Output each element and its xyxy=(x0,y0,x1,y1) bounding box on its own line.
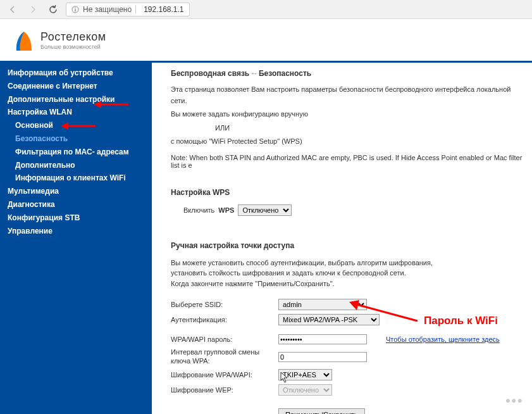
rostelecom-logo-icon xyxy=(13,27,35,53)
breadcrumb-part-2: Безопасность xyxy=(259,69,311,78)
page-desc-2: Вы можете задать конфигурацию вручную xyxy=(171,109,526,120)
ap-desc-2: установить стойкость шифрования и задать… xyxy=(171,268,526,279)
sidebar-item-wlan-mac-filter[interactable]: Фильтрация по MAC- адресам xyxy=(0,146,152,159)
info-icon xyxy=(71,6,79,13)
sidebar-item-wlan-security[interactable]: Безопасность xyxy=(0,132,152,146)
page-desc-3: ИЛИ xyxy=(171,123,526,134)
main-content: Беспроводная связь -- Безопасность Эта с… xyxy=(152,63,532,414)
wep-label: Шифрование WEP: xyxy=(171,386,278,394)
breadcrumb-part-1: Беспроводная связь xyxy=(171,69,249,78)
sidebar-item-internet[interactable]: Соединение с Интернет xyxy=(0,80,152,93)
reload-button[interactable] xyxy=(46,2,61,17)
sidebar-item-wlan-clients[interactable]: Информация о клиентах WiFi xyxy=(0,172,152,185)
ssid-label: Выберете SSID: xyxy=(171,301,278,308)
show-password-link[interactable]: Чтобы отобразить, щелкните здесь xyxy=(386,336,500,343)
wps-enable-label-2: WPS xyxy=(218,206,234,214)
url-divider xyxy=(135,5,136,14)
svg-rect-2 xyxy=(75,9,75,11)
page-desc-1: Эта страница позволяет Вам настроить пар… xyxy=(171,84,526,106)
back-button[interactable] xyxy=(5,2,20,17)
sidebar-item-advanced[interactable]: Дополнительные настройки xyxy=(0,93,152,106)
sidebar-item-wlan-advanced[interactable]: Дополнительно xyxy=(0,159,152,172)
encryption-label: Шифрование WPA/WAPI: xyxy=(171,371,278,379)
sidebar-item-wlan[interactable]: Настройка WLAN xyxy=(0,106,152,119)
wps-select[interactable]: Отключено xyxy=(238,204,292,216)
password-input[interactable] xyxy=(278,334,367,344)
sidebar-item-wlan-basic[interactable]: Основной xyxy=(0,119,152,132)
interval-input[interactable] xyxy=(278,352,367,362)
breadcrumb: Беспроводная связь -- Безопасность xyxy=(171,69,526,78)
svg-point-1 xyxy=(75,7,76,8)
sidebar-item-multimedia[interactable]: Мультимедиа xyxy=(0,185,152,198)
wps-section-title: Настройка WPS xyxy=(171,188,526,197)
forward-button[interactable] xyxy=(25,2,40,17)
browser-toolbar: Не защищено 192.168.1.1 xyxy=(0,0,532,19)
encryption-select[interactable]: TKIP+AES xyxy=(278,369,332,380)
wps-enable-label-1: Включить xyxy=(183,206,214,214)
ap-section-title: Ручная настройка точки доступа xyxy=(171,241,526,250)
auth-label: Аутентификация: xyxy=(171,316,278,323)
breadcrumb-sep: -- xyxy=(252,69,257,78)
apply-button[interactable]: Применить/Сохранить xyxy=(278,408,365,414)
password-label: WPA/WAPI пароль: xyxy=(171,336,278,343)
brand-name: Ростелеком xyxy=(40,30,106,44)
logo-area: Ростелеком Больше возможностей xyxy=(0,19,532,61)
ap-desc-3: Когда закончите нажмите "Применить/Сохра… xyxy=(171,279,526,289)
auth-select[interactable]: Mixed WPA2/WPA -PSK xyxy=(278,314,380,325)
page-desc-4: с помощью "WiFi Protected Setup" (WPS) xyxy=(171,136,526,147)
interval-label: Интервал групповой смены ключа WPA: xyxy=(171,348,278,365)
sidebar: Информация об устройстве Соединение с Ин… xyxy=(0,63,152,414)
watermark-dots: ●●● xyxy=(505,395,523,405)
wep-select[interactable]: Отключено xyxy=(278,384,332,396)
ssid-select[interactable]: admin xyxy=(278,299,367,310)
sidebar-item-diagnostics[interactable]: Диагностика xyxy=(0,198,152,211)
url-text: 192.168.1.1 xyxy=(140,5,183,14)
page-note: Note: When both STA PIN and Authorized M… xyxy=(171,154,526,169)
ap-desc-1: Вы можете установить способ аутентификац… xyxy=(171,258,526,268)
sidebar-item-stb[interactable]: Конфигурация STB xyxy=(0,211,152,225)
brand-tagline: Больше возможностей xyxy=(40,44,106,50)
security-label: Не защищено xyxy=(83,5,132,14)
address-bar[interactable]: Не защищено 192.168.1.1 xyxy=(66,3,190,16)
sidebar-item-device-info[interactable]: Информация об устройстве xyxy=(0,66,152,80)
sidebar-item-management[interactable]: Управление xyxy=(0,225,152,238)
